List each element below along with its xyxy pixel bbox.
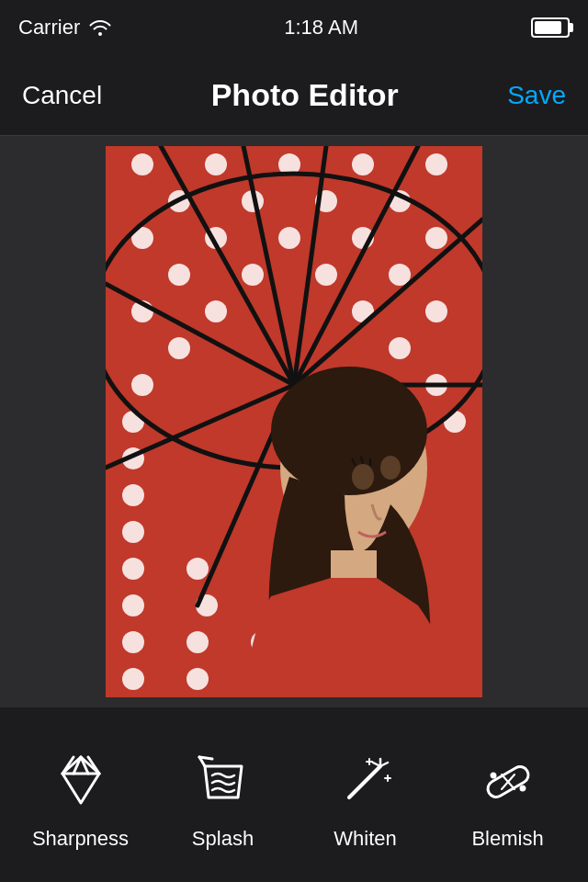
status-right xyxy=(531,17,570,38)
svg-point-22 xyxy=(425,300,447,322)
svg-point-20 xyxy=(205,300,227,322)
svg-point-33 xyxy=(187,558,209,580)
svg-point-32 xyxy=(122,558,144,580)
svg-point-57 xyxy=(380,456,401,480)
battery-fill xyxy=(535,21,561,34)
svg-point-14 xyxy=(425,227,447,249)
svg-line-69 xyxy=(199,757,212,759)
blemish-label: Blemish xyxy=(471,827,543,851)
splash-label: Splash xyxy=(192,827,254,851)
svg-point-36 xyxy=(122,631,144,653)
cancel-button[interactable]: Cancel xyxy=(22,81,102,110)
photo-image xyxy=(106,146,482,697)
sharpness-label: Sharpness xyxy=(32,827,129,851)
svg-point-4 xyxy=(352,153,374,175)
nav-bar: Cancel Photo Editor Save xyxy=(0,55,588,136)
splash-icon xyxy=(190,748,256,814)
wifi-icon xyxy=(89,19,111,36)
toolbar: Sharpness Splash xyxy=(0,707,588,882)
save-button[interactable]: Save xyxy=(507,81,566,110)
svg-point-16 xyxy=(242,264,264,286)
page-title: Photo Editor xyxy=(211,77,399,113)
svg-point-25 xyxy=(131,374,153,396)
svg-point-54 xyxy=(271,367,427,495)
status-left: Carrier xyxy=(18,16,111,40)
photo-area xyxy=(0,136,588,707)
carrier-label: Carrier xyxy=(18,16,80,40)
svg-point-37 xyxy=(187,631,209,653)
svg-point-31 xyxy=(122,521,144,543)
svg-point-56 xyxy=(352,464,374,490)
svg-point-40 xyxy=(187,668,209,690)
svg-point-30 xyxy=(122,484,144,506)
svg-point-34 xyxy=(122,594,144,616)
svg-point-23 xyxy=(168,337,190,359)
svg-point-17 xyxy=(315,264,337,286)
splash-tool[interactable]: Splash xyxy=(152,748,294,851)
photo-container xyxy=(106,146,482,697)
svg-point-81 xyxy=(492,774,495,777)
svg-point-12 xyxy=(278,227,300,249)
svg-point-1 xyxy=(131,153,153,175)
status-time: 1:18 AM xyxy=(284,16,358,40)
status-bar: Carrier 1:18 AM xyxy=(0,0,588,55)
whiten-tool[interactable]: Whiten xyxy=(294,748,436,851)
svg-point-15 xyxy=(168,264,190,286)
svg-line-70 xyxy=(349,766,380,797)
svg-point-39 xyxy=(122,668,144,690)
whiten-icon xyxy=(333,748,399,814)
svg-point-82 xyxy=(521,786,525,790)
svg-point-5 xyxy=(425,153,447,175)
battery-icon xyxy=(531,17,570,38)
whiten-label: Whiten xyxy=(334,827,396,851)
blemish-icon xyxy=(475,748,541,814)
svg-point-24 xyxy=(389,337,411,359)
svg-point-2 xyxy=(205,153,227,175)
sharpness-icon xyxy=(48,748,114,814)
blemish-tool[interactable]: Blemish xyxy=(436,748,579,851)
sharpness-tool[interactable]: Sharpness xyxy=(9,748,152,851)
